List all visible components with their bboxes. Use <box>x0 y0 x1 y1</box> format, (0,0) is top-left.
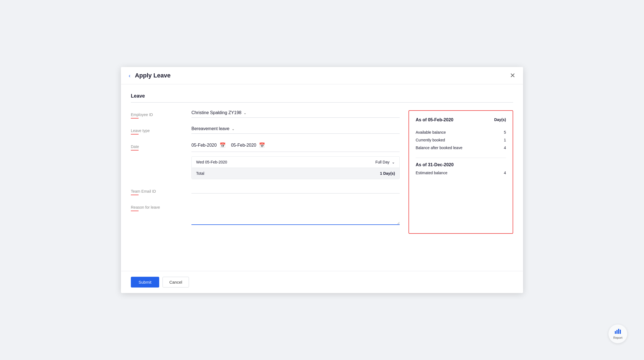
schedule-type-value: Full Day <box>375 160 389 164</box>
panel-divider <box>416 158 506 158</box>
estimated-balance-value: 4 <box>504 171 506 175</box>
leave-type-control: Bereavement leave ⌄ <box>191 126 400 134</box>
leave-type-label: Leave type <box>131 128 191 133</box>
date-from-field[interactable]: 05-Feb-2020 📅 <box>191 142 226 148</box>
modal-footer: Submit Cancel <box>121 271 523 293</box>
employee-id-chevron-icon: ⌄ <box>243 111 247 115</box>
schedule-row-1: Wed 05-Feb-2020 Full Day ⌄ <box>192 157 399 168</box>
currently-booked-label: Currently booked <box>416 138 445 142</box>
reason-control <box>191 203 400 226</box>
date-label: Date <box>131 144 191 149</box>
team-email-label: Team Email ID <box>131 189 191 194</box>
section-divider <box>131 102 513 103</box>
panel-header-row-1: As of 05-Feb-2020 Day(s) <box>416 117 506 127</box>
available-balance-row: Available balance 5 <box>416 130 506 135</box>
date-underline <box>131 150 139 151</box>
total-label: Total <box>196 171 380 176</box>
date-from-value: 05-Feb-2020 <box>191 143 217 148</box>
cancel-button[interactable]: Cancel <box>163 277 189 288</box>
schedule-date-value: Wed 05-Feb-2020 <box>196 160 375 164</box>
leave-type-chevron-icon: ⌄ <box>232 127 235 131</box>
info-panel: As of 05-Feb-2020 Day(s) Available balan… <box>408 110 513 234</box>
schedule-table: Wed 05-Feb-2020 Full Day ⌄ Total 1 Day(s… <box>191 156 400 179</box>
section-title: Leave <box>131 93 513 99</box>
employee-id-label-container: Employee ID <box>131 110 191 119</box>
schedule-type-chevron-icon: ⌄ <box>392 160 395 164</box>
currently-booked-value: 1 <box>504 138 506 142</box>
reason-label: Reason for leave <box>131 205 191 209</box>
employee-id-control: Christine Spalding ZY198 ⌄ <box>191 110 400 118</box>
date-row: Date 05-Feb-2020 📅 05-Feb-2020 📅 <box>131 142 400 179</box>
team-email-label-container: Team Email ID <box>131 187 191 195</box>
back-button[interactable]: ‹ <box>129 72 131 79</box>
svg-rect-2 <box>618 329 619 334</box>
date-to-value: 05-Feb-2020 <box>231 143 256 148</box>
employee-id-label: Employee ID <box>131 112 191 117</box>
balance-after-value: 4 <box>504 146 506 150</box>
back-icon: ‹ <box>129 72 131 79</box>
reason-row: Reason for leave <box>131 203 400 226</box>
employee-id-row: Employee ID Christine Spalding ZY198 ⌄ <box>131 110 400 119</box>
team-email-control <box>191 187 400 194</box>
team-email-underline <box>131 195 139 195</box>
estimated-balance-label: Estimated balance <box>416 171 447 175</box>
date-label-container: Date <box>131 142 191 151</box>
form-section: Employee ID Christine Spalding ZY198 ⌄ L… <box>131 110 400 234</box>
leave-type-underline <box>131 134 139 135</box>
date-to-field[interactable]: 05-Feb-2020 📅 <box>231 142 265 148</box>
reason-underline <box>131 211 139 211</box>
svg-rect-0 <box>615 331 616 334</box>
report-chart-icon <box>615 328 621 335</box>
team-email-input[interactable] <box>191 187 400 194</box>
close-icon: ✕ <box>510 72 515 79</box>
available-balance-value: 5 <box>504 130 506 135</box>
modal-header: ‹ Apply Leave ✕ <box>121 67 523 84</box>
date-fields: 05-Feb-2020 📅 05-Feb-2020 📅 <box>191 142 400 152</box>
form-and-panel: Employee ID Christine Spalding ZY198 ⌄ L… <box>131 110 513 234</box>
reason-label-container: Reason for leave <box>131 203 191 211</box>
leave-type-row: Leave type Bereavement leave ⌄ <box>131 126 400 135</box>
leave-type-select[interactable]: Bereavement leave ⌄ <box>191 126 400 134</box>
date-control: 05-Feb-2020 📅 05-Feb-2020 📅 Wed 05 <box>191 142 400 179</box>
svg-rect-3 <box>620 330 621 334</box>
reason-textarea[interactable] <box>191 203 400 225</box>
leave-type-label-container: Leave type <box>131 126 191 135</box>
calendar-from-icon: 📅 <box>220 142 226 148</box>
balance-after-row: Balance after booked leave 4 <box>416 146 506 150</box>
team-email-row: Team Email ID <box>131 187 400 195</box>
available-balance-label: Available balance <box>416 130 446 135</box>
panel-as-of-date-2: As of 31-Dec-2020 <box>416 162 506 167</box>
submit-button[interactable]: Submit <box>131 277 159 288</box>
page-title: Apply Leave <box>135 72 171 79</box>
panel-section-1: As of 05-Feb-2020 Day(s) Available balan… <box>416 117 506 150</box>
panel-as-of-date-1: As of 05-Feb-2020 <box>416 117 453 122</box>
svg-rect-1 <box>616 330 618 334</box>
report-button[interactable]: Report <box>608 324 627 343</box>
report-label: Report <box>613 336 622 339</box>
employee-id-value: Christine Spalding ZY198 <box>191 110 241 115</box>
panel-section-2: As of 31-Dec-2020 Estimated balance 4 <box>416 162 506 175</box>
schedule-type-select[interactable]: Full Day ⌄ <box>375 160 395 164</box>
estimated-balance-row: Estimated balance 4 <box>416 171 506 175</box>
leave-type-value: Bereavement leave <box>191 126 229 131</box>
employee-id-select[interactable]: Christine Spalding ZY198 ⌄ <box>191 110 400 118</box>
schedule-total-row: Total 1 Day(s) <box>192 168 399 179</box>
total-value: 1 Day(s) <box>380 171 395 176</box>
modal-container: ‹ Apply Leave ✕ Leave Employee ID <box>121 67 523 293</box>
panel-days-label: Day(s) <box>494 117 506 127</box>
currently-booked-row: Currently booked 1 <box>416 138 506 142</box>
employee-id-underline <box>131 118 139 119</box>
modal-body: Leave Employee ID Christine Spalding ZY1… <box>121 84 523 271</box>
close-button[interactable]: ✕ <box>510 72 515 79</box>
balance-after-label: Balance after booked leave <box>416 146 462 150</box>
calendar-to-icon: 📅 <box>259 142 265 148</box>
